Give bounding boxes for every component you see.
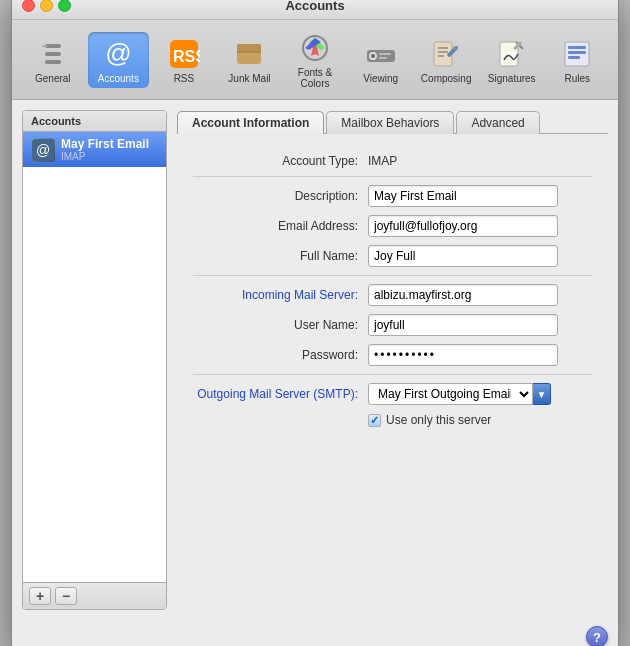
fullname-input[interactable] [368, 245, 558, 267]
traffic-lights [22, 0, 71, 12]
tab-bar: Account Information Mailbox Behaviors Ad… [177, 110, 608, 134]
use-only-checkbox[interactable]: ✓ [368, 414, 381, 427]
smtp-select-wrap: May First Outgoing Email ▼ [368, 383, 551, 405]
svg-text:@: @ [36, 142, 50, 158]
account-type: IMAP [61, 151, 149, 162]
toolbar-item-general[interactable]: General [22, 32, 84, 88]
password-row: Password: [193, 344, 592, 366]
username-input[interactable] [368, 314, 558, 336]
email-input[interactable] [368, 215, 558, 237]
svg-point-12 [371, 54, 375, 58]
sidebar-item-may-first[interactable]: @ May First Email IMAP [23, 132, 166, 167]
description-row: Description: [193, 185, 592, 207]
account-icon: @ [31, 138, 55, 162]
remove-account-button[interactable]: − [55, 587, 77, 605]
minimize-button[interactable] [40, 0, 53, 12]
checkmark-icon: ✓ [370, 414, 379, 427]
tab-advanced[interactable]: Advanced [456, 111, 539, 134]
svg-rect-2 [45, 60, 61, 64]
toolbar-item-rules[interactable]: Rules [547, 32, 609, 88]
add-account-button[interactable]: + [29, 587, 51, 605]
svg-rect-14 [379, 57, 387, 59]
toolbar-item-junk-mail[interactable]: Junk Mail [219, 32, 281, 88]
form-area: Account Type: IMAP Description: Email Ad… [177, 142, 608, 610]
close-button[interactable] [22, 0, 35, 12]
accounts-list: @ May First Email IMAP [23, 132, 166, 582]
sidebar-footer: + − [23, 582, 166, 609]
account-name: May First Email [61, 137, 149, 151]
divider-1 [193, 176, 592, 177]
svg-rect-27 [568, 56, 580, 59]
divider-3 [193, 374, 592, 375]
description-input[interactable] [368, 185, 558, 207]
toolbar-item-rss[interactable]: RSS RSS [153, 32, 215, 88]
tab-account-information[interactable]: Account Information [177, 111, 324, 134]
toolbar-item-signatures[interactable]: Signatures [481, 32, 543, 88]
username-label: User Name: [193, 318, 368, 332]
at-icon: @ [100, 36, 136, 72]
smtp-select[interactable]: May First Outgoing Email [368, 383, 533, 405]
signatures-label: Signatures [488, 73, 536, 84]
incoming-input[interactable] [368, 284, 558, 306]
toolbar-item-accounts[interactable]: @ Accounts [88, 32, 150, 88]
rules-icon [559, 36, 595, 72]
username-row: User Name: [193, 314, 592, 336]
general-label: General [35, 73, 71, 84]
bottom-bar: ? [12, 620, 618, 646]
composing-icon [428, 36, 464, 72]
signatures-icon [494, 36, 530, 72]
password-input[interactable] [368, 344, 558, 366]
toolbar-item-fonts-colors[interactable]: Fonts & Colors [284, 26, 346, 93]
toolbar: General @ Accounts RSS RSS [12, 20, 618, 100]
junk-mail-label: Junk Mail [228, 73, 270, 84]
titlebar: Accounts [12, 0, 618, 20]
rss-icon: RSS [166, 36, 202, 72]
content-area: Accounts @ May First Email IMAP [12, 100, 618, 620]
maximize-button[interactable] [58, 0, 71, 12]
junk-mail-icon [231, 36, 267, 72]
account-type-row: Account Type: IMAP [193, 154, 592, 168]
password-label: Password: [193, 348, 368, 362]
svg-rect-25 [568, 46, 586, 49]
viewing-label: Viewing [363, 73, 398, 84]
toolbar-item-viewing[interactable]: Viewing [350, 32, 412, 88]
gear-icon [35, 36, 71, 72]
description-label: Description: [193, 189, 368, 203]
toolbar-item-composing[interactable]: Composing [415, 32, 477, 88]
email-row: Email Address: [193, 215, 592, 237]
rules-label: Rules [564, 73, 590, 84]
smtp-label: Outgoing Mail Server (SMTP): [193, 387, 368, 401]
incoming-row: Incoming Mail Server: [193, 284, 592, 306]
divider-2 [193, 275, 592, 276]
svg-rect-3 [42, 45, 47, 47]
incoming-label: Incoming Mail Server: [193, 288, 368, 302]
accounts-window: Accounts General @ Accounts RSS [11, 0, 619, 646]
svg-rect-26 [568, 51, 586, 54]
svg-rect-21 [500, 42, 518, 66]
smtp-row: Outgoing Mail Server (SMTP): May First O… [193, 383, 592, 405]
fonts-colors-label: Fonts & Colors [286, 67, 344, 89]
svg-rect-13 [379, 53, 391, 55]
accounts-label: Accounts [98, 73, 139, 84]
help-button[interactable]: ? [586, 626, 608, 646]
fullname-row: Full Name: [193, 245, 592, 267]
tab-mailbox-behaviors[interactable]: Mailbox Behaviors [326, 111, 454, 134]
rss-label: RSS [174, 73, 195, 84]
composing-label: Composing [421, 73, 472, 84]
accounts-sidebar: Accounts @ May First Email IMAP [22, 110, 167, 610]
fullname-label: Full Name: [193, 249, 368, 263]
svg-rect-0 [45, 44, 61, 48]
svg-rect-1 [45, 52, 61, 56]
window-title: Accounts [285, 0, 344, 13]
fonts-colors-icon [297, 30, 333, 66]
account-type-label: Account Type: [193, 154, 368, 168]
svg-rect-7 [237, 44, 261, 52]
use-only-label: Use only this server [386, 413, 491, 427]
smtp-dropdown-arrow[interactable]: ▼ [533, 383, 551, 405]
account-text-block: May First Email IMAP [61, 137, 149, 162]
svg-text:RSS: RSS [173, 48, 200, 65]
account-type-value: IMAP [368, 154, 397, 168]
viewing-icon [363, 36, 399, 72]
sidebar-header: Accounts [23, 111, 166, 132]
use-only-row: ✓ Use only this server [368, 413, 592, 427]
